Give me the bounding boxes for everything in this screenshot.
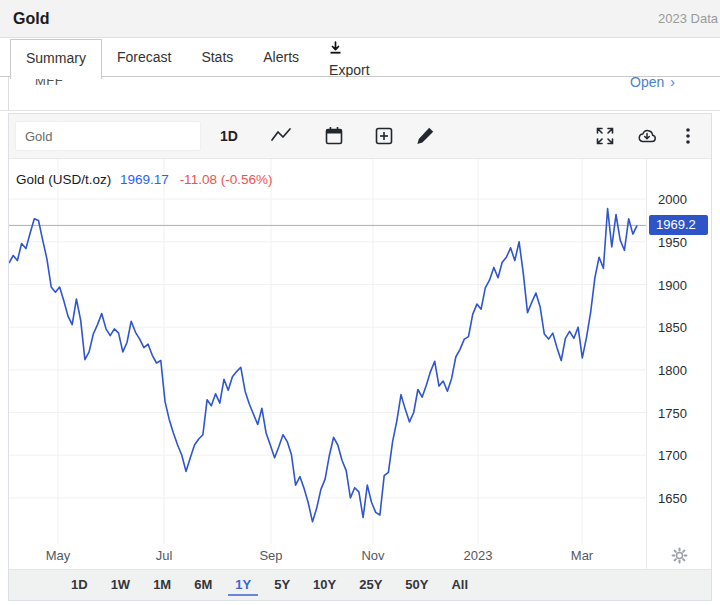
price-axis[interactable]: 1969.2 16501700175018001850190019502000 [646,159,711,544]
tab-bar: SummaryForecastStatsAlertsExport [0,39,720,77]
cloud-download-icon[interactable] [636,125,658,147]
price-axis-label: 1750 [658,405,687,420]
open-link[interactable]: Open› [630,77,675,90]
time-axis-label: Mar [571,548,593,563]
range-button-6m[interactable]: 6M [187,574,219,596]
tab-export[interactable]: Export [314,39,384,76]
chevron-right-icon: › [670,77,675,90]
tab-summary[interactable]: Summary [10,39,102,79]
range-button-all[interactable]: All [444,574,475,596]
tab-label: Alerts [263,49,299,65]
legend-change: -11.08 (-0.56%) [180,172,273,187]
time-axis-label: May [46,548,71,563]
time-axis[interactable]: MayJulSepNov2023Mar [9,544,711,569]
range-button-25y[interactable]: 25Y [352,574,389,596]
tab-label: Stats [201,49,233,65]
price-axis-label: 1850 [658,320,687,335]
range-bar: 1D1W1M6M1Y5Y10Y25Y50YAll [9,569,711,600]
tab-label: Forecast [117,49,171,65]
legend-symbol-name: Gold (USD/t.oz) [16,172,111,187]
range-button-1y[interactable]: 1Y [228,574,258,596]
tab-forecast[interactable]: Forecast [102,39,186,76]
tab-stats[interactable]: Stats [186,39,248,76]
range-button-1w[interactable]: 1W [104,574,138,596]
price-axis-label: 1650 [658,490,687,505]
tab-label: Export [329,62,369,78]
page-title: Gold [13,0,49,38]
price-axis-label: 1700 [658,448,687,463]
price-axis-label: 2000 [658,192,687,207]
chart-panel: 1D [8,113,712,601]
price-axis-label: 1900 [658,277,687,292]
price-line-series [9,209,637,522]
axis-separator [646,544,647,569]
time-axis-label: Jul [156,548,173,563]
chart-settings-button[interactable] [671,547,688,564]
price-axis-label: 1950 [658,234,687,249]
range-button-5y[interactable]: 5Y [267,574,297,596]
time-axis-label: Nov [361,548,384,563]
page-header: Gold 2023 Data - [0,0,720,38]
calendar-icon[interactable] [323,125,345,147]
tab-label: Summary [26,50,86,66]
last-price-badge: 1969.2 [649,215,708,235]
header-data-note: 2023 Data - [658,0,720,38]
clipped-list-row: MFF Open› [0,77,720,111]
fullscreen-icon[interactable] [594,125,616,147]
download-icon [329,41,342,54]
symbol-search-input[interactable] [15,121,201,151]
range-button-50y[interactable]: 50Y [398,574,435,596]
price-chart-svg[interactable] [9,159,646,544]
more-options-icon[interactable] [677,125,699,147]
compare-add-icon[interactable] [373,125,395,147]
range-button-1d[interactable]: 1D [64,574,95,596]
gear-icon [671,547,688,564]
interval-button[interactable]: 1D [220,114,238,159]
draw-pencil-icon[interactable] [414,125,436,147]
chart-legend: Gold (USD/t.oz) 1969.17 -11.08 (-0.56%) [16,172,272,187]
chart-toolbar: 1D [9,114,711,159]
clipped-list-inner: MFF Open› [8,77,720,110]
tab-alerts[interactable]: Alerts [248,39,314,76]
price-axis-label: 1800 [658,362,687,377]
legend-last-value: 1969.17 [120,172,169,187]
range-button-10y[interactable]: 10Y [306,574,343,596]
line-chart-style-icon[interactable] [270,125,292,147]
chart-region[interactable]: Gold (USD/t.oz) 1969.17 -11.08 (-0.56%) … [9,159,711,544]
time-axis-label: 2023 [464,548,493,563]
time-axis-label: Sep [259,548,282,563]
range-button-1m[interactable]: 1M [146,574,178,596]
